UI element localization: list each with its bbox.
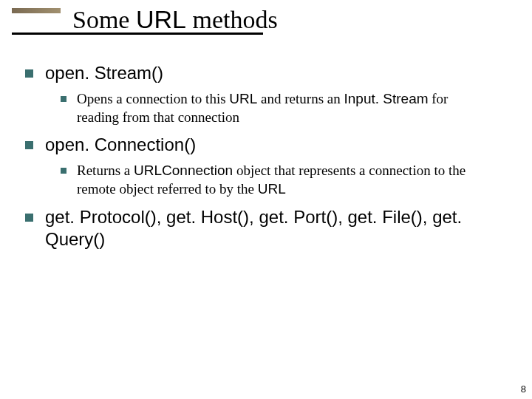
list-item-text: get. Protocol(), get. Host(), get. Port(… (45, 206, 498, 250)
method-name: open. Stream() (45, 63, 163, 83)
sub-pre: Returns a (77, 163, 134, 178)
sub-api: URLConnection (134, 163, 233, 178)
list-item-text: open. Connection() (45, 134, 498, 156)
sub-api: URL (229, 91, 257, 106)
list-subitem: Opens a connection to this URL and retur… (61, 90, 498, 126)
sub-api2: URL (258, 181, 286, 197)
slide-title: Some URL methods (72, 4, 278, 35)
list-subitem-text: Opens a connection to this URL and retur… (77, 90, 491, 126)
method-name: open. Connection() (45, 134, 196, 154)
title-pre: Some (72, 6, 136, 33)
page-number: 8 (521, 383, 526, 395)
title-api: URL (136, 5, 186, 33)
bullet-square-icon (25, 214, 33, 222)
title-accent-bar (12, 8, 61, 13)
slide-body: open. Stream() Opens a connection to thi… (25, 56, 498, 250)
bullet-square-icon (61, 168, 66, 174)
sub-api2: Input. Stream (344, 91, 428, 106)
title-post: methods (186, 6, 278, 33)
bullet-square-icon (61, 96, 66, 102)
sub-mid: and returns an (257, 91, 344, 106)
list-item: get. Protocol(), get. Host(), get. Port(… (25, 206, 498, 250)
list-item-text: open. Stream() (45, 62, 498, 84)
list-item: open. Stream() (25, 62, 498, 84)
list-subitem: Returns a URLConnection object that repr… (61, 162, 498, 198)
title-underline (12, 33, 263, 35)
list-item: open. Connection() (25, 134, 498, 156)
bullet-square-icon (25, 141, 33, 149)
method-name: get. Protocol(), get. Host(), get. Port(… (45, 207, 462, 249)
sub-pre: Opens a connection to this (77, 91, 229, 106)
bullet-square-icon (25, 69, 33, 78)
list-subitem-text: Returns a URLConnection object that repr… (77, 162, 491, 198)
